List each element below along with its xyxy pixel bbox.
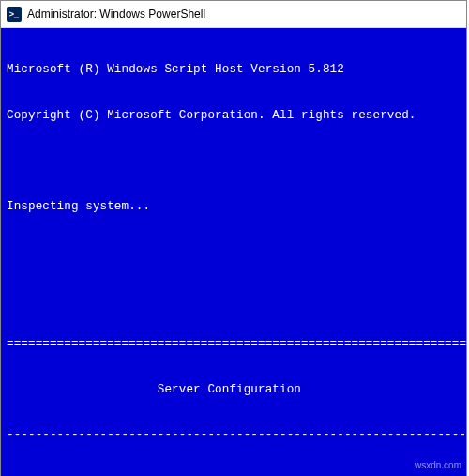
header-line-2: Copyright (C) Microsoft Corporation. All…	[1, 108, 466, 123]
header-line-1: Microsoft (R) Windows Script Host Versio…	[1, 62, 466, 77]
divider-top: ========================================…	[1, 336, 466, 351]
powershell-window: >_ Administrator: Windows PowerShell Mic…	[0, 0, 467, 476]
blank	[1, 290, 466, 305]
blank	[1, 154, 466, 169]
status-line: Inspecting system...	[1, 199, 466, 214]
powershell-icon: >_	[7, 7, 22, 22]
divider-bottom: ----------------------------------------…	[1, 427, 466, 442]
section-title: Server Configuration	[1, 382, 466, 397]
console-area[interactable]: Microsoft (R) Windows Script Host Versio…	[1, 28, 466, 476]
titlebar[interactable]: >_ Administrator: Windows PowerShell	[1, 1, 466, 28]
watermark-text: wsxdn.com	[415, 460, 461, 470]
window-title: Administrator: Windows PowerShell	[27, 8, 205, 21]
blank	[1, 245, 466, 260]
